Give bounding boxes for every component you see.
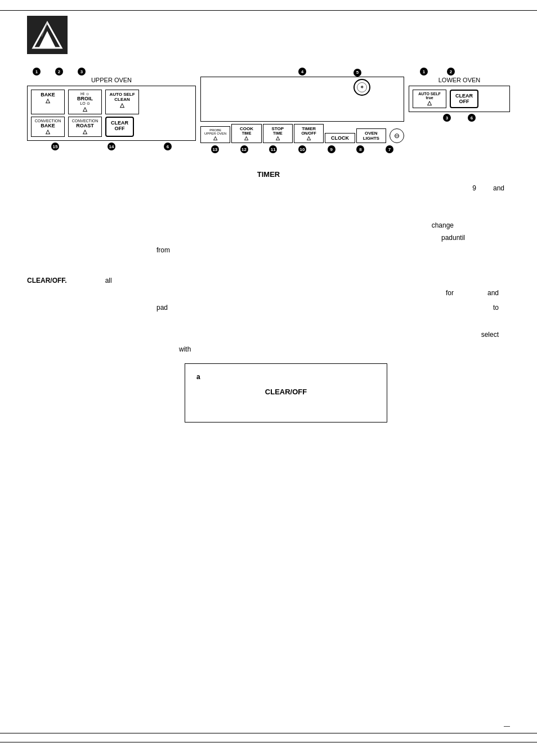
info-box: a CLEAR/OFF bbox=[185, 363, 387, 423]
text-from: from bbox=[156, 246, 170, 254]
bottom-border-2 bbox=[0, 742, 537, 742]
left-numbers-bottom: 15 14 6 bbox=[27, 143, 196, 150]
badge-3-left: 3 bbox=[78, 68, 86, 75]
center-numbers: 13 12 11 10 9 8 7 bbox=[200, 145, 404, 153]
badge-6-right: 6 bbox=[468, 114, 476, 122]
badge-8: 8 bbox=[356, 145, 364, 153]
right-button-row1: AUTO SELF true △ CLEAR OFF bbox=[413, 90, 506, 108]
badge-14: 14 bbox=[108, 143, 115, 150]
left-oven-section: 1 2 3 UPPER OVEN BAKE △ HI ☺ BROIL LO ⊙ bbox=[27, 68, 196, 150]
info-box-bold: a bbox=[196, 373, 200, 381]
clock-button: CLOCK bbox=[325, 133, 355, 143]
text-line-7 bbox=[27, 259, 510, 271]
text-for: for bbox=[446, 289, 454, 297]
lower-oven-label: LOWER OVEN bbox=[409, 77, 510, 83]
text-line-1: 9 and bbox=[27, 184, 510, 197]
dial-knob: ⊖ bbox=[390, 128, 404, 143]
badge-2-left: 2 bbox=[55, 68, 63, 75]
bake-button: BAKE △ bbox=[31, 90, 65, 114]
text-paduntil: paduntil bbox=[441, 234, 465, 242]
clear-off-button-right: CLEAR OFF bbox=[450, 90, 478, 108]
conv-bake-button: CONVECTION BAKE △ bbox=[31, 117, 65, 137]
oven-lights-button: OVEN LIGHTS bbox=[356, 128, 386, 143]
badge-5: 5 bbox=[353, 69, 361, 77]
timer-heading: TIMER bbox=[27, 170, 510, 179]
text-for-and: for and bbox=[27, 289, 510, 301]
probe-button: PROBE UPPER OVEN △ bbox=[200, 126, 230, 143]
badge-7: 7 bbox=[386, 145, 393, 153]
timer-onoff-button: TIMER ON/OFF △ bbox=[294, 124, 324, 143]
conv-roast-button: CONVECTION ROAST △ bbox=[68, 117, 102, 137]
dial-top: ✦ bbox=[353, 79, 370, 96]
center-buttons: PROBE UPPER OVEN △ COOK TIME △ STOP TIME… bbox=[200, 124, 404, 143]
text-pad-to: pad to bbox=[27, 304, 510, 316]
right-numbers-bottom: 3 6 bbox=[409, 114, 510, 122]
badge-3-right: 3 bbox=[443, 114, 451, 122]
main-content: 1 2 3 UPPER OVEN BAKE △ HI ☺ BROIL LO ⊙ bbox=[27, 68, 510, 423]
text-content: 9 and change paduntil from CLEAR/OFF. al… bbox=[27, 184, 510, 423]
auto-self-clean-button: AUTO SELF CLEAN △ bbox=[105, 90, 139, 114]
badge-6-left: 6 bbox=[164, 143, 172, 150]
left-button-row1: BAKE △ HI ☺ BROIL LO ⊙ △ AUTO SELF CLEAN… bbox=[31, 90, 192, 114]
text-line-6: from bbox=[27, 246, 510, 259]
center-display bbox=[200, 77, 404, 122]
text-9: 9 bbox=[472, 184, 476, 192]
control-panel: 1 2 3 UPPER OVEN BAKE △ HI ☺ BROIL LO ⊙ bbox=[27, 68, 510, 153]
left-oven-buttons: BAKE △ HI ☺ BROIL LO ⊙ △ AUTO SELF CLEAN… bbox=[27, 86, 196, 141]
badge-13: 13 bbox=[211, 145, 219, 153]
badge-1-right: 1 bbox=[420, 68, 428, 75]
right-oven-section: 1 2 LOWER OVEN AUTO SELF true △ CLEAR OF… bbox=[409, 68, 510, 122]
text-to: to bbox=[493, 304, 499, 312]
badge-2-right: 2 bbox=[447, 68, 455, 75]
badge-4: 4 bbox=[298, 68, 306, 75]
top-border bbox=[0, 10, 537, 11]
badge-11: 11 bbox=[269, 145, 277, 153]
text-spacer bbox=[27, 318, 510, 331]
text-and-2: and bbox=[487, 289, 499, 297]
text-select: select bbox=[27, 331, 510, 343]
text-line-3 bbox=[27, 209, 510, 221]
text-change: change bbox=[432, 221, 454, 229]
clear-off-button-left: CLEAR OFF bbox=[105, 117, 134, 137]
badge-9: 9 bbox=[328, 145, 335, 153]
text-select: select bbox=[481, 331, 499, 339]
text-pad: pad bbox=[156, 304, 168, 312]
stop-time-button: STOP TIME △ bbox=[263, 124, 293, 143]
page-number: — bbox=[504, 722, 510, 729]
text-line-5: paduntil bbox=[27, 234, 510, 246]
bottom-border-1 bbox=[0, 733, 537, 733]
text-line-4: change bbox=[27, 221, 510, 234]
clearoff-line: CLEAR/OFF. all bbox=[27, 277, 510, 284]
left-button-row2: CONVECTION BAKE △ CONVECTION ROAST △ CLE… bbox=[31, 117, 192, 137]
auto-self-clean-right: AUTO SELF true △ bbox=[413, 90, 446, 108]
cook-time-button: COOK TIME △ bbox=[231, 124, 261, 143]
upper-oven-label: UPPER OVEN bbox=[27, 77, 196, 83]
info-box-clearoff: CLEAR/OFF bbox=[196, 388, 375, 396]
badge-15: 15 bbox=[51, 143, 59, 150]
text-line-2 bbox=[27, 197, 510, 209]
broil-button: HI ☺ BROIL LO ⊙ △ bbox=[68, 90, 102, 114]
badge-10: 10 bbox=[298, 145, 306, 153]
text-with: with bbox=[27, 345, 510, 358]
text-with: with bbox=[179, 345, 191, 353]
right-oven-buttons: AUTO SELF true △ CLEAR OFF bbox=[409, 86, 510, 112]
badge-1-left: 1 bbox=[33, 68, 41, 75]
text-all: all bbox=[105, 277, 112, 284]
badge-12: 12 bbox=[240, 145, 248, 153]
center-section: 4 5 ✦ PROBE UPPER OVEN bbox=[200, 68, 404, 153]
text-and-1: and bbox=[493, 184, 504, 192]
clearoff-label: CLEAR/OFF. bbox=[27, 277, 67, 284]
logo bbox=[27, 16, 68, 54]
